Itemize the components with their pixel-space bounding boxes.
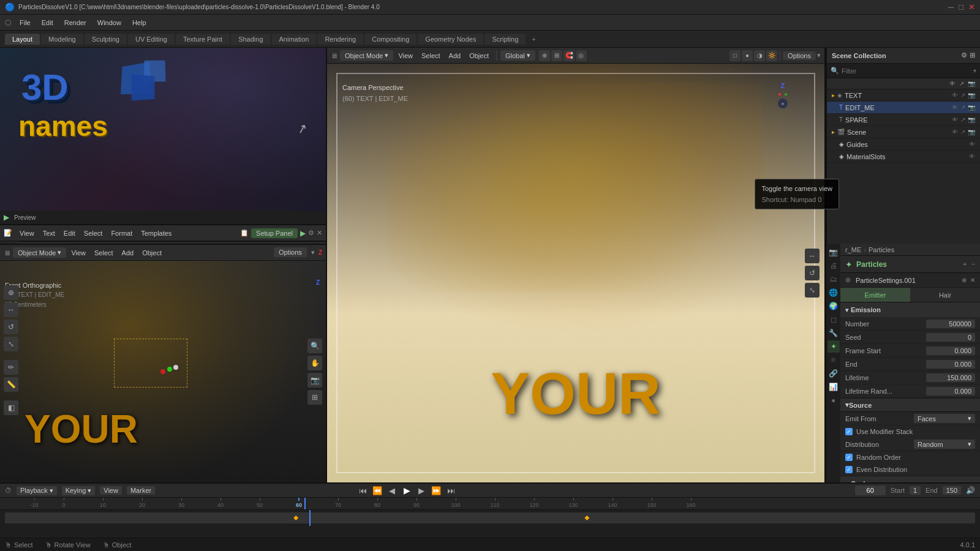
annotate-tool[interactable]: ✏ [4, 360, 18, 375]
tree-select-scene[interactable]: ↗ [960, 129, 965, 135]
tree-eye-guides[interactable]: 👁 [969, 141, 975, 148]
add-cube-tool[interactable]: ◧ [4, 400, 18, 415]
pan-tool[interactable]: ✋ [307, 356, 322, 370]
grid-tool[interactable]: ⊞ [307, 390, 322, 405]
solid-btn[interactable]: ● [742, 50, 753, 61]
outliner-view-icon[interactable]: ⊞ [970, 51, 975, 59]
move-gizmo[interactable]: ↔ [805, 249, 820, 263]
panel-config-icon[interactable]: ⚙ [308, 229, 314, 237]
tree-eye-text[interactable]: 👁 [952, 92, 958, 99]
tree-item-spare[interactable]: T SPARE 👁 ↗ 📷 [827, 114, 980, 126]
start-value[interactable]: 1 [910, 486, 921, 495]
editor-menu-templates[interactable]: Templates [137, 228, 175, 238]
overlay-btn[interactable]: ⊕ [539, 50, 550, 61]
tree-item-text-collection[interactable]: ▸ ◈ TEXT 👁 ↗ 📷 [827, 89, 980, 102]
scale-gizmo[interactable]: ⤡ [805, 283, 820, 298]
tab-layout[interactable]: Layout [5, 34, 40, 45]
object-mode-dropdown-right[interactable]: Object Mode ▾ [340, 50, 393, 61]
proportional-btn[interactable]: ◎ [576, 50, 587, 61]
seed-value[interactable]: 0 [926, 333, 975, 342]
keyframe-1[interactable] [293, 515, 298, 520]
emitter-tab[interactable]: Emitter [840, 288, 910, 302]
material-btn[interactable]: ◑ [754, 50, 765, 61]
render-btn[interactable]: 🔆 [766, 50, 777, 61]
tree-item-edit-me[interactable]: T EDIT_ME 👁 ↗ 📷 [827, 102, 980, 114]
tree-item-scene[interactable]: ▸ 🎬 Scene 👁 ↗ 📷 [827, 126, 980, 138]
even-distribution-checkbox[interactable]: ✓ [845, 466, 853, 473]
distribution-dropdown[interactable]: Random ▾ [914, 440, 975, 449]
setup-panel-run-button[interactable]: ▶ [300, 229, 306, 238]
vp-left-add[interactable]: Add [118, 248, 138, 258]
end-value[interactable]: 150 [943, 486, 961, 495]
vp-right-select[interactable]: Select [418, 51, 444, 61]
measure-tool[interactable]: 📏 [4, 377, 18, 392]
add-workspace-button[interactable]: + [527, 34, 540, 45]
vp-left-view[interactable]: View [67, 248, 89, 258]
framestart-value[interactable]: 0.000 [926, 347, 975, 355]
zoom-tool[interactable]: 🔍 [307, 339, 322, 353]
rotate-gizmo[interactable]: ↺ [805, 266, 820, 280]
scrubber-indicator[interactable] [304, 498, 306, 509]
maximize-button[interactable]: □ [959, 2, 963, 12]
prop-tab-physics[interactable]: ⚛ [827, 354, 840, 366]
step-back-frame-btn[interactable]: ◀ [386, 484, 398, 497]
vp-right-add[interactable]: Add [445, 51, 465, 61]
vp-right-options-button[interactable]: Options [783, 51, 816, 60]
jump-end-btn[interactable]: ⏭ [445, 484, 457, 497]
view-menu[interactable]: View [100, 486, 122, 495]
gizmo-btn[interactable]: ⊞ [551, 50, 562, 61]
editor-menu-format[interactable]: Format [107, 228, 136, 238]
panel-close-icon[interactable]: ✕ [317, 229, 322, 237]
shading-mode-btn[interactable]: Global ▾ [500, 50, 535, 61]
use-modifier-checkbox[interactable]: ✓ [845, 428, 853, 435]
menu-help[interactable]: Help [127, 18, 151, 28]
tree-select-text[interactable]: ↗ [960, 92, 965, 99]
outliner-filter-options[interactable]: ▾ [973, 67, 976, 74]
liferand-value[interactable]: 0.000 [926, 387, 975, 395]
tree-select-spare[interactable]: ↗ [960, 116, 965, 123]
tab-geometry-nodes[interactable]: Geometry Nodes [418, 34, 483, 45]
cursor-tool[interactable]: ⊕ [4, 285, 18, 300]
scale-tool[interactable]: ⤡ [4, 337, 18, 351]
playback-menu[interactable]: Playback ▾ [17, 486, 57, 495]
step-forward-btn[interactable]: ⏩ [430, 484, 442, 497]
tree-eye-scene[interactable]: 👁 [952, 129, 958, 135]
prop-tab-data[interactable]: 📊 [827, 381, 840, 393]
random-order-checkbox[interactable]: ✓ [845, 454, 853, 461]
keying-menu[interactable]: Keying ▾ [62, 486, 96, 495]
jump-start-btn[interactable]: ⏮ [356, 484, 369, 497]
tab-scripting[interactable]: Scripting [484, 34, 526, 45]
menu-window[interactable]: Window [92, 18, 126, 28]
menu-file[interactable]: File [15, 18, 36, 28]
tab-sculpting[interactable]: Sculpting [85, 34, 127, 45]
editor-menu-text[interactable]: Text [39, 228, 59, 238]
number-value[interactable]: 500000 [926, 320, 975, 328]
tab-compositing[interactable]: Compositing [364, 34, 417, 45]
breadcrumb-item-2[interactable]: Particles [869, 246, 894, 253]
particles-add-btn[interactable]: + [963, 261, 967, 268]
prop-tab-view-layer[interactable]: 🗂 [827, 273, 840, 285]
timeline-track[interactable] [5, 512, 975, 523]
tree-render-spare[interactable]: 📷 [968, 116, 975, 123]
vp-left-select[interactable]: Select [91, 248, 117, 258]
text-editor[interactable]: 📝 View Text Edit Select Format Templates… [0, 225, 326, 244]
editor-menu-view[interactable]: View [16, 228, 38, 238]
wireframe-btn[interactable]: □ [729, 50, 741, 61]
tree-render-text[interactable]: 📷 [968, 92, 975, 99]
tab-texture-paint[interactable]: Texture Paint [176, 34, 230, 45]
tree-eye-editme[interactable]: 👁 [952, 104, 958, 111]
cache-header[interactable]: ▸ Cache [840, 476, 980, 482]
tab-shading[interactable]: Shading [231, 34, 270, 45]
tree-item-material-slots[interactable]: ◈ MaterialSlots 👁 [827, 151, 980, 163]
tree-render-editme[interactable]: 📷 [968, 104, 975, 111]
object-mode-dropdown-left[interactable]: Object Mode ▾ [13, 247, 66, 258]
tab-uv-editing[interactable]: UV Editing [128, 34, 175, 45]
setup-panel-label[interactable]: Setup Panel [251, 228, 298, 238]
settings-copy-btn[interactable]: ⊕ [962, 277, 967, 283]
vp-left-options-button[interactable]: Options [274, 247, 307, 257]
source-header[interactable]: ▾ Source [840, 399, 980, 412]
tab-modeling[interactable]: Modeling [41, 34, 83, 45]
prop-tab-output[interactable]: 🖨 [827, 260, 840, 272]
editor-menu-select[interactable]: Select [80, 228, 107, 238]
tree-eye-spare[interactable]: 👁 [952, 116, 958, 123]
